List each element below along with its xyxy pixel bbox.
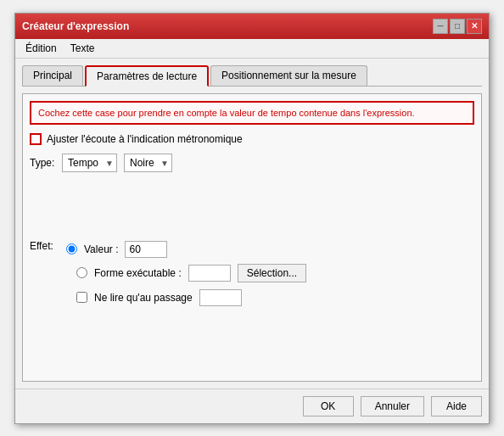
checkbox-ajuster-label: Ajuster l'écoute à l'indication métronom… [47, 133, 243, 145]
effet-label: Effet: [30, 240, 59, 252]
forme-input[interactable] [188, 265, 231, 282]
valeur-radio-label: Valeur : [84, 243, 118, 255]
tab-principal[interactable]: Principal [22, 65, 83, 86]
checkbox-ajuster-row: Ajuster l'écoute à l'indication métronom… [30, 133, 474, 145]
annuler-button[interactable]: Annuler [361, 396, 424, 416]
aide-button[interactable]: Aide [431, 396, 482, 416]
main-window: Créateur d'expression ─ □ ✕ Édition Text… [14, 13, 490, 424]
menu-item-edition[interactable]: Édition [19, 41, 64, 56]
forme-radio-row: Forme exécutable : Sélection... [59, 264, 474, 282]
spacer [30, 182, 474, 233]
checkbox-ajuster[interactable] [30, 133, 42, 145]
type-row: Type: Tempo ▼ Noire ▼ [30, 154, 474, 172]
tab-positionnement[interactable]: Positionnement sur la mesure [210, 65, 367, 86]
footer-buttons: OK Annuler Aide [15, 388, 489, 423]
ne-lire-input[interactable] [199, 289, 242, 306]
title-bar-buttons: ─ □ ✕ [433, 19, 482, 34]
tab-bar: Principal Paramètres de lecture Position… [22, 65, 482, 87]
maximize-button[interactable]: □ [450, 19, 465, 34]
ne-lire-checkbox[interactable] [76, 292, 87, 303]
valeur-radio[interactable] [66, 243, 77, 254]
note-select[interactable]: Noire [124, 154, 172, 172]
type-label: Type: [30, 157, 55, 169]
warning-box: Cochez cette case pour prendre en compte… [30, 101, 474, 125]
ne-lire-label: Ne lire qu'au passage [94, 292, 193, 304]
tab-content-parametres: Cochez cette case pour prendre en compte… [22, 93, 482, 382]
forme-radio[interactable] [76, 267, 87, 278]
note-select-wrapper: Noire ▼ [124, 154, 172, 172]
close-button[interactable]: ✕ [467, 19, 482, 34]
title-bar: Créateur d'expression ─ □ ✕ [15, 14, 489, 39]
valeur-radio-row: Valeur : [66, 241, 167, 258]
selection-button[interactable]: Sélection... [238, 264, 306, 282]
forme-radio-label: Forme exécutable : [94, 267, 182, 279]
ne-lire-row: Ne lire qu'au passage [59, 289, 474, 306]
menu-bar: Édition Texte [15, 39, 489, 59]
effet-valeur-row: Effet: Valeur : [30, 240, 474, 259]
tab-parametres[interactable]: Paramètres de lecture [85, 65, 209, 87]
ok-button[interactable]: OK [303, 396, 354, 416]
type-select-wrapper: Tempo ▼ [62, 154, 117, 172]
warning-text: Cochez cette case pour prendre en compte… [38, 108, 415, 118]
type-select[interactable]: Tempo [62, 154, 117, 172]
content-area: Principal Paramètres de lecture Position… [15, 59, 489, 388]
window-title: Créateur d'expression [22, 20, 129, 32]
menu-item-texte[interactable]: Texte [64, 41, 102, 56]
effet-section: Effet: Valeur : Forme exécutable : Sélec… [30, 240, 474, 306]
minimize-button[interactable]: ─ [433, 19, 448, 34]
valeur-input[interactable] [125, 241, 167, 258]
